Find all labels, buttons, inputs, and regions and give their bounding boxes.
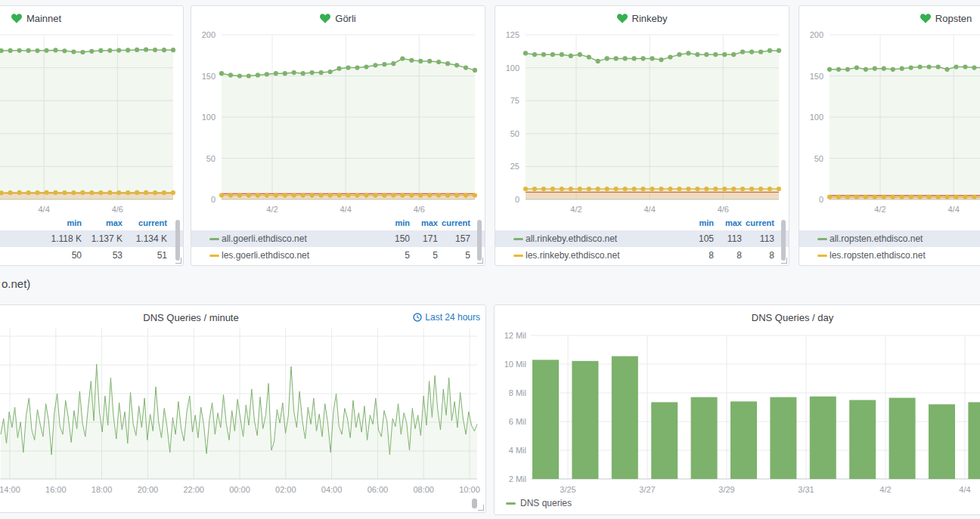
svg-text:12 Mil: 12 Mil [504,331,526,340]
svg-text:4/4: 4/4 [39,205,50,214]
panel-resize-handle[interactable] [477,258,483,264]
legend-value: 5 [410,250,470,261]
svg-text:3/25: 3/25 [560,485,575,494]
health-heart-icon [11,14,22,23]
legend-column-current[interactable]: current [107,218,167,227]
legend-column-current[interactable]: current [714,218,774,227]
svg-text:3/29: 3/29 [718,485,734,494]
dns-minute-chart[interactable]: 14:0016:0018:0020:0022:0000:0002:0004:00… [0,305,487,514]
svg-text:08:00: 08:00 [413,485,434,494]
svg-text:6 Mil: 6 Mil [509,417,526,426]
legend-value: 1.134 K [107,233,167,244]
svg-text:150: 150 [810,72,823,81]
panel-title-mainnet[interactable]: Mainnet [0,11,183,26]
goerli-chart[interactable]: 2001501005004/24/44/6 [191,6,486,218]
legend-series-name[interactable]: all.goerli.ethdisco.net [222,233,307,244]
legend-series-name[interactable]: all.ropsten.ethdisco.net [830,233,923,244]
health-heart-icon [617,14,628,23]
svg-text:22:00: 22:00 [183,485,204,494]
legend-scrollbar[interactable] [781,220,786,261]
panel-resize-handle[interactable] [478,505,484,511]
ropsten-chart[interactable]: 2001501005004/24/44/6 [799,6,980,218]
svg-text:16:00: 16:00 [45,485,67,494]
legend-row[interactable]: les.rinkeby.ethdisco.net888 [495,247,789,264]
svg-text:25: 25 [510,162,519,171]
legend-series-dash [506,502,516,505]
svg-text:4/4: 4/4 [959,485,970,494]
panel-resize-handle[interactable] [175,258,181,264]
panel-title-text: Ropsten [935,13,972,24]
legend-row[interactable]: les.ropsten.ethdisco.net [799,247,980,264]
legend-header: minmaxcurrent [0,218,183,230]
legend-scrollbar[interactable] [175,220,180,261]
legend-header: minmaxcurrent [799,218,980,230]
legend-row[interactable]: all.ropsten.ethdisco.net [799,230,980,247]
legend-series-dash [513,255,523,257]
panel-title-ropsten[interactable]: Ropsten [799,11,980,26]
svg-text:4/2: 4/2 [879,485,891,494]
panel-title-rinkeby[interactable]: Rinkeby [495,11,789,26]
legend-row[interactable]: les.goerli.ethdisco.net555 [191,247,485,264]
svg-text:02:00: 02:00 [275,485,296,494]
legend-series-dash [817,238,827,240]
svg-text:4 Mil: 4 Mil [509,446,526,455]
svg-text:3/27: 3/27 [639,485,655,494]
legend-series-name[interactable]: all.rinkeby.ethdisco.net [526,233,617,244]
legend-column-min[interactable]: min [957,218,980,227]
legend-value: 51 [107,250,167,261]
svg-text:4/4: 4/4 [948,205,960,214]
legend-scrollbar[interactable] [477,220,482,261]
legend-header: minmaxcurrent [191,218,485,230]
legend-row[interactable]: 505351 [0,247,183,264]
svg-text:4/6: 4/6 [718,205,729,214]
svg-text:4/2: 4/2 [266,205,278,214]
dashboard-row-title[interactable]: o.net) [0,266,302,304]
dns-day-chart[interactable]: 12 Mil10 Mil8 Mil6 Mil4 Mil2 Mil3/253/27… [495,305,980,516]
legend-row[interactable]: all.goerli.ethdisco.net150171157 [191,230,485,247]
row-title-text: o.net) [2,277,30,290]
svg-text:4/4: 4/4 [340,205,352,214]
legend-row[interactable]: all.rinkeby.ethdisco.net105113113 [495,230,789,247]
dns-day-legend[interactable]: DNS queries [506,498,572,508]
svg-text:14:00: 14:00 [0,485,20,494]
time-range-text: Last 24 hours [425,312,480,323]
svg-text:100: 100 [202,113,216,122]
panel-goerli: Görli 2001501005004/24/44/6 minmaxcurren… [191,5,485,266]
time-range-label[interactable]: Last 24 hours [413,312,480,323]
legend-series-name[interactable]: les.rinkeby.ethdisco.net [526,250,620,261]
legend-row[interactable]: 1.118 K1.137 K1.134 K [0,230,183,247]
panel-title-dns-day[interactable]: DNS Queries / day [495,310,980,325]
panel-title-goerli[interactable]: Görli [191,11,485,26]
health-heart-icon [920,14,931,23]
svg-text:75: 75 [510,96,519,105]
scrollbar-handle[interactable] [472,499,477,508]
panel-resize-handle[interactable] [781,258,787,264]
svg-text:150: 150 [202,72,216,81]
mainnet-chart[interactable]: 4/44/6 [0,6,185,218]
rinkeby-chart[interactable]: 12510075502504/24/44/6 [495,6,790,218]
legend-header: minmaxcurrent [495,218,789,230]
legend-series-name[interactable]: les.ropsten.ethdisco.net [830,250,926,261]
svg-text:0: 0 [515,195,519,204]
svg-text:8 Mil: 8 Mil [509,388,526,397]
ropsten-legend: minmaxcurrentall.ropsten.ethdisco.netles… [799,218,980,264]
panel-title-text: Rinkeby [632,13,668,24]
panel-rinkeby: Rinkeby 12510075502504/24/44/6 minmaxcur… [495,5,789,266]
svg-text:4/2: 4/2 [570,205,581,214]
legend-column-current[interactable]: current [410,218,470,227]
health-heart-icon [320,14,330,23]
svg-text:50: 50 [206,154,216,163]
mainnet-legend: minmaxcurrent1.118 K1.137 K1.134 K505351 [0,218,183,264]
panel-title-text: DNS Queries / day [752,312,833,323]
svg-text:4/6: 4/6 [414,205,425,214]
legend-series-label: DNS queries [520,498,572,508]
svg-text:50: 50 [510,129,519,138]
svg-text:00:00: 00:00 [229,485,250,494]
legend-value: 8 [714,250,774,261]
svg-text:125: 125 [506,30,519,39]
svg-text:100: 100 [506,63,519,73]
legend-series-name[interactable]: les.goerli.ethdisco.net [222,250,309,261]
svg-text:04:00: 04:00 [321,485,343,494]
panel-dns-queries-day: DNS Queries / day 12 Mil10 Mil8 Mil6 Mil… [494,304,980,515]
svg-text:10:00: 10:00 [459,485,480,494]
